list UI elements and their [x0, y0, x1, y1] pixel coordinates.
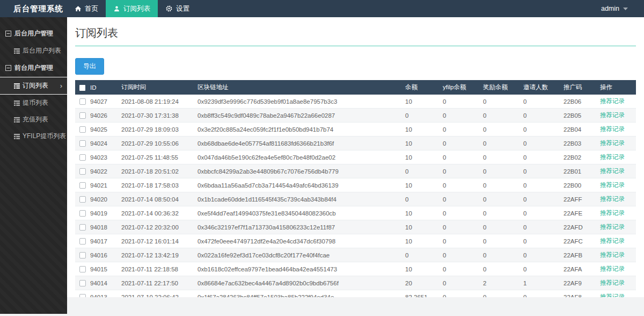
recommend-records-link[interactable]: 推荐记录 — [600, 265, 625, 272]
cell-reward-balance: 2 — [479, 276, 519, 290]
row-checkbox[interactable] — [79, 140, 86, 147]
cell-id: 94019 — [86, 206, 117, 220]
cell-blockchain-address: 0x1b1cade60dde1d116545f435c739c4ab343b84… — [193, 192, 401, 206]
row-checkbox[interactable] — [79, 238, 86, 245]
cell-yfilp-balance: 0 — [438, 137, 479, 150]
cell-subscribe-time: 2021-07-12 20:32:00 — [117, 220, 193, 234]
recommend-records-link[interactable]: 推荐记录 — [600, 210, 625, 216]
col-header-reward-balance: 奖励余额 — [479, 80, 519, 95]
recommend-records-link[interactable]: 推荐记录 — [600, 224, 625, 230]
cell-balance: 0 — [401, 109, 438, 123]
table-icon — [14, 48, 20, 54]
cell-subscribe-time: 2021-07-14 00:36:32 — [117, 206, 193, 220]
sidebar-item-subscription-list[interactable]: 订阅列表 › — [0, 77, 67, 95]
row-checkbox[interactable] — [79, 182, 86, 189]
cell-subscribe-time: 2021-07-11 22:18:58 — [117, 262, 193, 276]
recommend-records-link[interactable]: 推荐记录 — [600, 98, 625, 104]
row-checkbox[interactable] — [79, 280, 86, 286]
sidebar-item-yfilp-withdraw-list[interactable]: YFILP提币列表 — [0, 128, 67, 145]
cell-subscribe-time: 2021-07-11 22:17:50 — [117, 276, 193, 290]
cell-balance: 10 — [401, 220, 438, 234]
app-title: 后台管理系统 — [0, 0, 67, 17]
cell-subscribe-time: 2021-07-12 16:01:14 — [117, 234, 193, 248]
recommend-records-link[interactable]: 推荐记录 — [600, 112, 625, 118]
cell-blockchain-address: 0xb68dbae6de4e057754af811683fd6366b21b3f… — [193, 137, 401, 150]
cell-id: 94013 — [86, 290, 117, 298]
cell-balance: 10 — [401, 262, 438, 276]
cell-id: 94024 — [86, 137, 117, 150]
main-nav: 首页 订阅列表 设置 — [67, 0, 197, 17]
recommend-records-link[interactable]: 推荐记录 — [600, 140, 625, 146]
cell-balance: 0 — [401, 248, 438, 262]
sidebar-section: 后台用户管理 后台用户列表 — [0, 25, 67, 59]
sidebar-section-frontend-user-mgmt[interactable]: 前台用户管理 — [0, 59, 67, 77]
recommend-records-link[interactable]: 推荐记录 — [600, 126, 625, 132]
recommend-records-link[interactable]: 推荐记录 — [600, 279, 625, 286]
cell-promo-code: 22AFD — [559, 220, 596, 234]
cell-id: 94025 — [86, 123, 117, 137]
row-checkbox[interactable] — [79, 224, 86, 231]
username: admin — [601, 5, 619, 12]
cell-promo-code: 22B00 — [559, 178, 596, 192]
cell-id: 94020 — [86, 192, 117, 206]
table-row: 94013 2021-07-10 22:06:42 0x1f67a284263b… — [75, 290, 636, 298]
cell-balance: 10 — [401, 137, 438, 150]
row-checkbox[interactable] — [79, 196, 86, 203]
recommend-records-link[interactable]: 推荐记录 — [600, 293, 625, 297]
table-icon — [14, 83, 20, 89]
row-checkbox[interactable] — [79, 266, 86, 272]
recommend-records-link[interactable]: 推荐记录 — [600, 196, 625, 202]
cell-blockchain-address: 0xb1618c02effcea9797e1bead464ba42ea45514… — [193, 262, 401, 276]
row-checkbox[interactable] — [79, 154, 86, 161]
table-row: 94016 2021-07-12 13:42:19 0x022a16fe92ef… — [75, 248, 636, 262]
cell-reward-balance: 0 — [479, 109, 519, 123]
recommend-records-link[interactable]: 推荐记录 — [600, 182, 625, 188]
chevron-right-icon: › — [60, 82, 62, 89]
table-row: 94024 2021-07-29 10:55:06 0xb68dbae6de4e… — [75, 137, 636, 150]
row-checkbox[interactable] — [79, 168, 86, 175]
cell-reward-balance: 0 — [479, 164, 519, 178]
sidebar-item-label: 后台用户列表 — [23, 46, 61, 55]
recommend-records-link[interactable]: 推荐记录 — [600, 238, 625, 244]
cell-balance: 10 — [401, 234, 438, 248]
sidebar-item-backend-user-list[interactable]: 后台用户列表 — [0, 42, 67, 59]
recommend-records-link[interactable]: 推荐记录 — [600, 154, 625, 160]
sidebar-section-backend-user-mgmt[interactable]: 后台用户管理 — [0, 25, 67, 42]
nav-item-home[interactable]: 首页 — [67, 0, 106, 17]
row-checkbox[interactable] — [79, 98, 86, 105]
nav-item-subscription-list[interactable]: 订阅列表 — [106, 0, 158, 17]
sidebar-item-withdraw-list[interactable]: 提币列表 — [0, 95, 67, 111]
row-checkbox[interactable] — [79, 294, 86, 297]
row-checkbox[interactable] — [79, 112, 86, 119]
cell-invite-count: 0 — [519, 248, 559, 262]
recommend-records-link[interactable]: 推荐记录 — [600, 168, 625, 174]
cell-reward-balance: 0 — [479, 262, 519, 276]
cell-id: 94021 — [86, 178, 117, 192]
nav-item-label: 订阅列表 — [123, 4, 150, 13]
cell-blockchain-address: 0xbbcfc84299a2ab3e44809b67c7076e756db4b7… — [193, 164, 401, 178]
cell-reward-balance: 0 — [479, 220, 519, 234]
cell-promo-code: 22B01 — [559, 164, 596, 178]
cell-yfilp-balance: 0 — [438, 95, 479, 109]
row-checkbox[interactable] — [79, 210, 86, 217]
cell-balance: 10 — [401, 95, 438, 109]
cell-reward-balance: 0 — [479, 123, 519, 137]
cell-blockchain-address: 0x6bdaa11a56aa5d7cb3a714454a49afc64bd361… — [193, 178, 401, 192]
cell-blockchain-address: 0x86684e7ac632bec4a4467a4d8902b0c9bdb675… — [193, 276, 401, 290]
recommend-records-link[interactable]: 推荐记录 — [600, 252, 625, 258]
cell-subscribe-time: 2021-07-29 10:55:06 — [117, 137, 193, 150]
caret-down-icon — [623, 8, 628, 10]
cell-yfilp-balance: 0 — [438, 123, 479, 137]
user-menu[interactable]: admin — [601, 0, 644, 17]
cell-reward-balance: 0 — [479, 150, 519, 164]
sidebar-item-recharge-list[interactable]: 充值列表 — [0, 111, 67, 128]
row-checkbox[interactable] — [79, 252, 86, 258]
nav-item-settings[interactable]: 设置 — [158, 0, 197, 17]
row-checkbox[interactable] — [79, 126, 86, 133]
cell-promo-code: 22B06 — [559, 95, 596, 109]
cell-reward-balance: 0 — [479, 206, 519, 220]
export-button[interactable]: 导出 — [75, 58, 104, 75]
cell-balance: 0 — [401, 192, 438, 206]
select-all-checkbox[interactable] — [79, 85, 85, 91]
cell-blockchain-address: 0xe5f4dd7eaf149940375fe31e83450448082360… — [193, 206, 401, 220]
